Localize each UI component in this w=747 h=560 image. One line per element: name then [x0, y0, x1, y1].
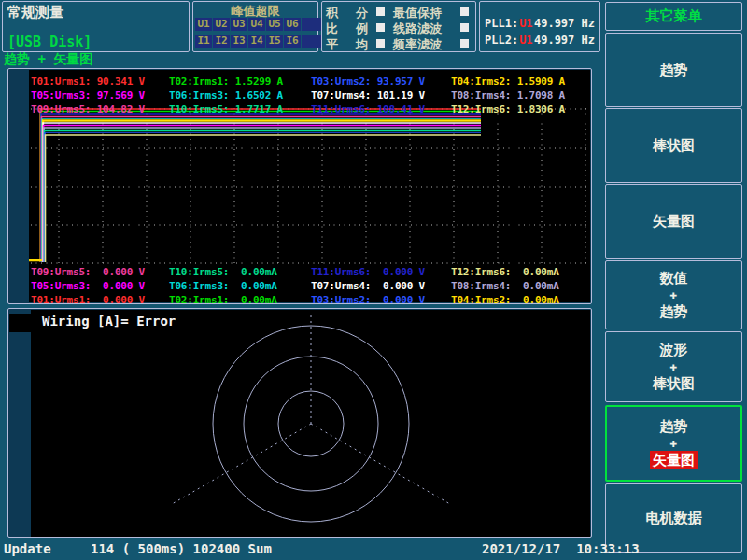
trend-legend-current: T05:Urms3: 97.569 V — [31, 90, 145, 102]
element-indicator-square — [9, 314, 31, 332]
peak-cell-i1: I1 — [195, 35, 212, 48]
trend-trace-t09 — [42, 117, 482, 263]
option-checkbox[interactable] — [376, 7, 385, 16]
vector-svg — [31, 310, 590, 537]
power-analyzer-screen: 常规测量 [USB Disk] 峰值超限 U1U2U3U4U5U6 I1I2I3… — [0, 0, 747, 560]
vector-axis-ray-1 — [172, 424, 311, 504]
options-row-2: 平均频率滤波 — [322, 36, 475, 51]
trend-legend-current: T02:Irms1: 1.5299 A — [169, 76, 283, 88]
plus-separator: ✚ — [670, 288, 678, 301]
option-col2-label: 分 — [356, 5, 368, 21]
sidebar-item-棒状图[interactable]: 棒状图 — [605, 108, 742, 183]
trend-legend-current: T12:Irms6: 1.8306 A — [451, 104, 565, 116]
sidebar-header-other-menu[interactable]: 其它菜单 — [605, 2, 742, 31]
option-checkbox[interactable] — [376, 23, 385, 32]
pll2-row: PLL2: U1 49.997 Hz — [485, 34, 597, 47]
pll2-label: PLL2: — [485, 34, 518, 47]
vector-chart-panel: Wiring [A]= Error — [7, 308, 592, 538]
measure-options-panel: 积分最值保持比例线路滤波平均频率滤波 — [321, 1, 476, 52]
vector-axis-ray-2 — [311, 424, 452, 505]
trend-trace-t02 — [41, 112, 482, 263]
filter-label: 线路滤波 — [393, 21, 442, 37]
filter-checkbox[interactable] — [460, 23, 469, 32]
trend-legend-cursor: T09:Urms5: 0.000 V — [31, 266, 145, 278]
trend-legend-current: T07:Urms4: 101.19 V — [311, 90, 425, 102]
pll2-frequency: 49.997 Hz — [534, 34, 595, 47]
trend-trace-t03 — [45, 133, 481, 262]
sidebar-header-label: 其它菜单 — [646, 7, 702, 25]
peak-cell-u2: U2 — [213, 18, 230, 31]
trend-trace-t06 — [42, 119, 481, 262]
trend-legend-current: T11:Urms6: 108.41 V — [311, 104, 425, 116]
peak-cell-u6: U6 — [284, 18, 301, 31]
datetime-display: 2021/12/17 10:33:13 — [482, 541, 640, 556]
sidebar-item-波形plus棒状图[interactable]: 波形✚棒状图 — [605, 331, 742, 402]
sidebar-item-数值plus趋势[interactable]: 数值✚趋势 — [605, 260, 742, 329]
trend-trace-t11 — [41, 114, 481, 262]
sidebar-item-label: 电机数据 — [646, 509, 702, 527]
trend-legend-current: T09:Urms5: 104.82 V — [31, 104, 145, 116]
peak-voltage-row: U1U2U3U4U5U6 — [195, 18, 324, 31]
trend-trace-t04 — [29, 121, 481, 261]
options-row-1: 比例线路滤波 — [322, 21, 475, 35]
trend-legend-cursor: T02:Irms1: 0.00mA — [169, 294, 277, 306]
trend-legend-cursor: T07:Urms4: 0.000 V — [311, 280, 425, 292]
option-checkbox[interactable] — [376, 39, 385, 48]
filter-label: 频率滤波 — [393, 36, 442, 53]
sidebar-item-label: 趋势 — [660, 61, 688, 79]
trend-legend-current: T03:Urms2: 93.957 V — [311, 76, 425, 88]
plus-separator: ✚ — [670, 360, 678, 373]
trend-legend-current: T06:Irms3: 1.6502 A — [169, 90, 283, 102]
pll1-label: PLL1: — [485, 17, 518, 30]
option-col1-label: 平 — [326, 36, 338, 53]
peak-cell-i3: I3 — [231, 35, 247, 48]
sidebar-item-趋势plus矢量图[interactable]: 趋势✚矢量图 — [605, 405, 742, 482]
vector-plot-area: Wiring [A]= Error — [31, 310, 590, 537]
option-col1-label: 比 — [326, 21, 338, 37]
filter-checkbox[interactable] — [460, 39, 469, 48]
peak-current-row: I1I2I3I4I5I6 — [195, 35, 324, 48]
plus-separator: ✚ — [670, 437, 678, 450]
peak-cell-i6: I6 — [284, 35, 301, 48]
trend-legend-cursor: T08:Irms4: 0.00mA — [451, 280, 559, 292]
trend-legend-current: T10:Irms5: 1.7717 A — [169, 104, 283, 116]
option-col2-label: 例 — [356, 21, 368, 37]
sidebar-item-label: 趋势 — [660, 302, 688, 321]
peak-cell-i4: I4 — [248, 35, 265, 48]
mode-panel: 常规测量 [USB Disk] — [2, 1, 190, 52]
peak-cell-u1: U1 — [195, 18, 212, 31]
trend-legend-current: T04:Irms2: 1.5909 A — [451, 76, 565, 88]
trend-legend-cursor: T06:Irms3: 0.00mA — [169, 280, 277, 292]
sidebar-item-矢量图[interactable]: 矢量图 — [605, 184, 742, 259]
option-col2-label: 均 — [356, 36, 368, 53]
sidebar-item-label: 趋势 — [660, 417, 688, 436]
sidebar-item-label: 棒状图 — [653, 374, 695, 393]
trend-traces-svg — [29, 106, 588, 265]
trend-legend-cursor: T03:Urms2: 0.000 V — [311, 294, 425, 306]
filter-checkbox[interactable] — [460, 7, 469, 16]
trend-plot-area: T01:Urms1: 90.341 VT02:Irms1: 1.5299 AT0… — [29, 70, 590, 302]
peak-cell-u4: U4 — [248, 18, 265, 31]
update-label: Update — [4, 541, 51, 556]
trend-legend-cursor: T12:Irms6: 0.00mA — [451, 266, 559, 278]
mode-title: 常规测量 — [7, 4, 63, 21]
pll-panel: PLL1: U1 49.997 Hz PLL2: U1 49.997 Hz — [479, 1, 600, 52]
sidebar-item-label: 数值 — [660, 269, 688, 287]
trend-trace-t07 — [43, 123, 481, 262]
trend-grid — [31, 108, 586, 263]
filter-label: 最值保持 — [393, 5, 442, 21]
options-row-0: 积分最值保持 — [322, 5, 475, 20]
peak-cell-i5: I5 — [266, 35, 283, 48]
update-count-info: 114 ( 500ms) 102400 Sum — [91, 541, 272, 556]
sidebar-item-趋势[interactable]: 趋势 — [605, 33, 742, 107]
peak-cell-u5: U5 — [266, 18, 283, 31]
trend-legend-cursor: T11:Urms6: 0.000 V — [311, 266, 425, 278]
view-title: 趋势 + 矢量图 — [4, 51, 92, 68]
pll2-source: U1 — [519, 34, 532, 47]
wiring-status-label: Wiring [A]= Error — [42, 314, 176, 329]
pll1-source: U1 — [519, 17, 532, 30]
trend-legend-cursor: T04:Irms2: 0.00mA — [451, 294, 559, 306]
pll1-frequency: 49.997 Hz — [534, 17, 595, 30]
trend-legend-current: T08:Irms4: 1.7098 A — [451, 90, 565, 102]
pll1-row: PLL1: U1 49.997 Hz — [485, 17, 597, 30]
